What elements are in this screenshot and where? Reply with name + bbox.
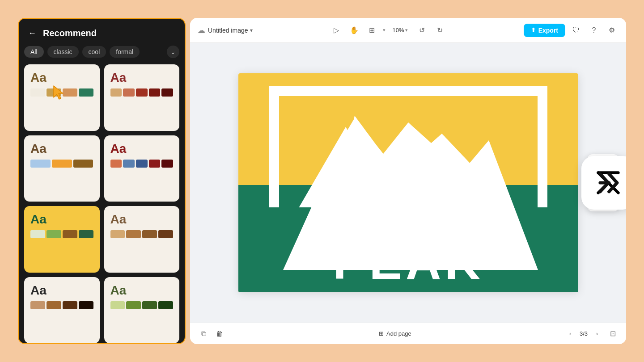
back-button[interactable]: ← <box>26 27 38 39</box>
delete-page-button[interactable]: 🗑 <box>213 328 226 340</box>
filter-more-button[interactable]: ⌄ <box>167 46 179 58</box>
panel-title: Recommend <box>43 28 97 38</box>
swatch <box>47 88 61 97</box>
toolbar-center: ▷ ✋ ⊞ ▾ 10% ▾ ↺ ↻ <box>256 23 520 38</box>
swatch <box>126 301 141 309</box>
layout-button[interactable]: ⊞ <box>365 23 379 38</box>
theme-swatches-7 <box>30 301 93 309</box>
swatch <box>161 160 173 168</box>
swatch <box>142 230 157 238</box>
swatch <box>123 160 135 168</box>
theme-card-1[interactable]: Aa <box>24 64 100 131</box>
theme-swatches-1 <box>30 88 93 97</box>
theme-aa-8: Aa <box>110 283 174 298</box>
theme-swatches-4 <box>110 160 174 168</box>
export-icon: ⬆ <box>531 27 536 34</box>
swatch <box>136 88 148 97</box>
file-name-chevron: ▾ <box>250 27 253 34</box>
theme-swatches-2 <box>110 88 174 97</box>
theme-aa-5: Aa <box>30 212 93 227</box>
theme-card-7[interactable]: Aa <box>24 277 100 344</box>
swatch <box>73 160 93 168</box>
theme-card-6[interactable]: Aa <box>104 206 180 273</box>
swatch <box>30 88 45 97</box>
swatch <box>161 88 173 97</box>
hand-tool-button[interactable]: ✋ <box>347 23 361 38</box>
theme-card-4[interactable]: Aa <box>104 135 180 202</box>
theme-aa-4: Aa <box>110 142 174 156</box>
swatch <box>123 88 135 97</box>
export-button[interactable]: ⬆ Export <box>524 24 565 37</box>
add-page-button[interactable]: ⊞ Add page <box>374 328 416 339</box>
swatch <box>30 301 45 309</box>
cloud-save-icon: ☁ <box>197 25 205 35</box>
swatch <box>149 88 161 97</box>
filter-tab-all[interactable]: All <box>24 46 44 58</box>
prev-page-button[interactable]: ‹ <box>564 328 576 340</box>
zoom-control[interactable]: 10% ▾ <box>389 25 411 35</box>
theme-swatches-6 <box>110 230 174 238</box>
theme-grid: Aa Aa <box>19 64 185 343</box>
swatch <box>136 160 148 168</box>
swatch <box>149 160 161 168</box>
swatch <box>79 88 93 97</box>
filter-tab-formal[interactable]: formal <box>110 46 140 58</box>
file-name[interactable]: Untitled image ▾ <box>208 27 253 34</box>
swatch <box>110 160 122 168</box>
undo-button[interactable]: ↺ <box>415 23 429 38</box>
theme-swatches-5 <box>30 230 93 238</box>
theme-card-5[interactable]: Aa <box>24 206 100 273</box>
theme-aa-3: Aa <box>30 142 93 156</box>
swatch <box>110 301 125 309</box>
theme-card-8[interactable]: Aa <box>104 277 180 344</box>
swatch <box>110 88 122 97</box>
filter-tab-classic[interactable]: classic <box>47 46 79 58</box>
filter-tab-cool[interactable]: cool <box>82 46 106 58</box>
play-button[interactable]: ▷ <box>329 23 343 38</box>
theme-swatches-3 <box>30 160 93 168</box>
shield-icon-button[interactable]: 🛡 <box>569 23 583 38</box>
help-button[interactable]: ? <box>587 23 601 38</box>
bottom-center: ⊞ Add page <box>226 328 564 339</box>
zoom-chevron: ▾ <box>405 27 408 33</box>
swatch <box>63 88 77 97</box>
swatch <box>30 160 51 168</box>
theme-aa-2: Aa <box>110 71 174 85</box>
panel-header: ← Recommend <box>19 19 185 46</box>
redo-button[interactable]: ↻ <box>433 23 447 38</box>
canvas-content[interactable]: PEAK <box>238 73 578 292</box>
swatch <box>79 230 93 238</box>
layout-chevron: ▾ <box>383 27 386 33</box>
swatch <box>30 230 45 238</box>
top-toolbar: ☁ Untitled image ▾ ▷ ✋ ⊞ ▾ 10% ▾ ↺ ↻ <box>190 18 626 43</box>
main-editor: ☁ Untitled image ▾ ▷ ✋ ⊞ ▾ 10% ▾ ↺ ↻ <box>190 18 626 344</box>
bottom-left: ⧉ 🗑 <box>197 328 226 340</box>
canvas-area: Backgr... Resize <box>190 43 626 323</box>
toolbar-right: ⬆ Export 🛡 ? ⚙ <box>524 23 619 38</box>
swatch <box>142 301 157 309</box>
theme-card-3[interactable]: Aa <box>24 135 100 202</box>
page-indicator: 3/3 <box>580 330 588 337</box>
swatch <box>158 230 173 238</box>
copy-page-button[interactable]: ⧉ <box>197 328 210 340</box>
theme-card-2[interactable]: Aa <box>104 64 180 131</box>
bottom-toolbar: ⧉ 🗑 ⊞ Add page ‹ 3/3 › ⊡ <box>190 323 626 344</box>
fit-page-button[interactable]: ⊡ <box>606 328 619 340</box>
swatch <box>52 160 72 168</box>
swatch <box>79 301 93 309</box>
next-page-button[interactable]: › <box>591 328 603 340</box>
theme-aa-7: Aa <box>30 283 93 298</box>
swatch <box>47 301 61 309</box>
left-panel: ← Recommend All classic cool formal ⌄ Aa <box>18 18 186 344</box>
filter-tabs: All classic cool formal ⌄ <box>19 46 185 64</box>
swatch <box>63 301 77 309</box>
swatch <box>47 230 61 238</box>
theme-aa-6: Aa <box>110 212 174 227</box>
swatch <box>63 230 77 238</box>
swatch <box>126 230 141 238</box>
capcut-icon <box>581 156 626 210</box>
settings-button[interactable]: ⚙ <box>605 23 619 38</box>
theme-swatches-8 <box>110 301 174 309</box>
swatch <box>158 301 173 309</box>
swatch <box>110 230 125 238</box>
